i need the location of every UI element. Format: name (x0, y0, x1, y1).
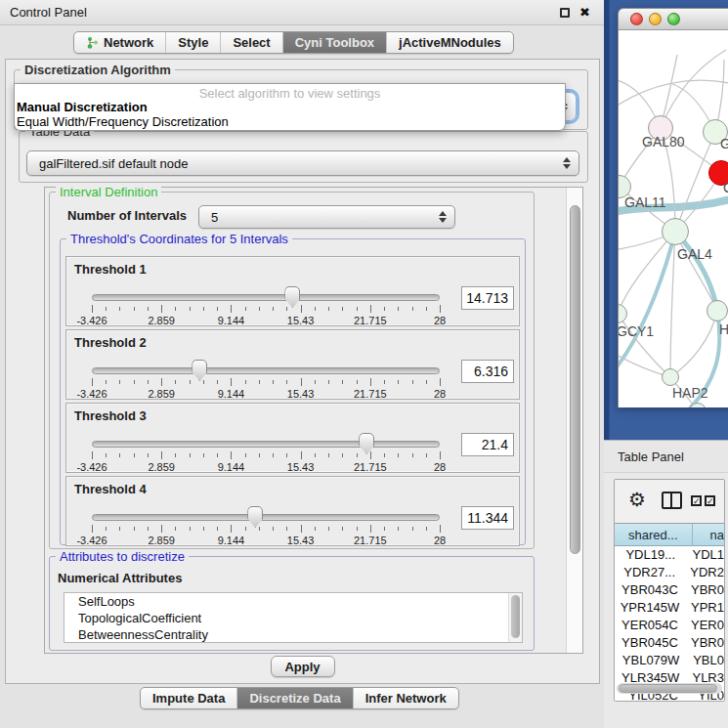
slider-scale-label: 2.859 (148, 388, 175, 400)
tab-style[interactable]: Style (165, 32, 220, 53)
split-columns-icon[interactable] (662, 492, 682, 509)
attribute-list-item[interactable]: BetweennessCentrality (64, 626, 522, 643)
group-title: Interval Definition (56, 185, 161, 199)
table-toolbar: ⚙ ✓ ✓ (615, 480, 724, 523)
dropdown-option-manual[interactable]: Manual Discretization (15, 100, 565, 114)
minimize-traffic-light-icon[interactable] (649, 13, 662, 25)
cyni-mode-tabs: Impute DataDiscretize DataInfer Network (140, 687, 459, 709)
network-node-hap2[interactable] (662, 368, 679, 386)
table-row[interactable]: YBR043CYBR0 (615, 581, 724, 599)
network-node-h[interactable] (707, 300, 728, 321)
attribute-list-item[interactable]: SelfLoops (64, 593, 522, 610)
dropdown-option-equal-width[interactable]: Equal Width/Frequency Discretization (15, 114, 565, 129)
slider-scale-label: 21.715 (354, 315, 387, 326)
threshold-label: Threshold 3 (74, 408, 147, 423)
table-data-selected-value: galFiltered.sif default node (27, 156, 188, 171)
control-panel-titlebar: Control Panel ✖ (0, 0, 604, 25)
threshold-value-field[interactable]: 14.713 (461, 286, 514, 310)
network-window: GAL80GAL11GAL4GCY1HHAP2GAC (618, 8, 728, 407)
table-header-row: shared... na (615, 524, 724, 546)
node-label-partial: GA (720, 136, 728, 151)
threshold-value-field[interactable]: 11.344 (461, 506, 514, 530)
algorithm-dropdown: Select algorithm to view settings Manual… (14, 83, 566, 131)
threshold-value-field[interactable]: 6.316 (461, 360, 514, 383)
zoom-traffic-light-icon[interactable] (667, 13, 680, 25)
settings-scrollpane: Interval Definition Number of Intervals … (44, 187, 583, 654)
tab-infer-network[interactable]: Infer Network (353, 688, 458, 708)
table-row[interactable]: YER054CYER0 (615, 617, 724, 634)
tab-network[interactable]: Network (74, 32, 165, 53)
threshold-slider[interactable]: -3.4262.8599.14415.4321.71528 (92, 288, 440, 325)
slider-ticks (92, 451, 440, 460)
slider-track[interactable] (92, 294, 440, 301)
right-panel: GAL80GAL11GAL4GCY1HHAP2GAC Table Panel ⚙… (604, 0, 728, 728)
table-row[interactable]: YDL19...YDL1 (615, 546, 724, 564)
stepper-arrows-icon (563, 157, 571, 169)
slider-scale-label: 9.144 (218, 535, 245, 546)
slider-track[interactable] (92, 514, 440, 521)
threshold-slider[interactable]: -3.4262.8599.14415.4321.71528 (92, 508, 440, 545)
slider-track[interactable] (92, 441, 440, 448)
vertical-scrollbar[interactable] (566, 188, 582, 653)
tab-select[interactable]: Select (220, 32, 281, 53)
cell-shared-name: YBR043C (615, 581, 685, 599)
slider-scale-label: -3.426 (76, 535, 107, 546)
dropdown-placeholder: Select algorithm to view settings (15, 84, 565, 100)
checkbox-icon[interactable]: ✓ (705, 495, 715, 506)
table-row[interactable]: YDR27...YDR2 (615, 564, 724, 581)
tab-label: Impute Data (152, 691, 225, 706)
table-row[interactable]: YBR045CYBR0 (615, 634, 724, 652)
number-of-intervals-value: 5 (199, 210, 218, 225)
list-scrollbar-thumb[interactable] (511, 595, 520, 638)
node-table-container: ⚙ ✓ ✓ shared... na YDL19...YDL1YDR27...Y… (614, 479, 725, 702)
number-of-intervals-select[interactable]: 5 (198, 205, 455, 229)
table-row[interactable]: YBL079WYBL0 (615, 652, 724, 669)
network-node-gal4[interactable] (662, 218, 689, 245)
table-row[interactable]: YPR145WYPR1 (615, 599, 724, 617)
cell-shared-name: YDR27... (615, 564, 684, 581)
tab-impute-data[interactable]: Impute Data (141, 688, 236, 708)
slider-ticks (92, 378, 440, 387)
horizontal-scrollbar[interactable] (617, 683, 722, 694)
horizontal-scrollbar-thumb[interactable] (619, 684, 717, 693)
float-window-icon[interactable] (560, 8, 570, 18)
list-scrollbar[interactable] (508, 593, 522, 642)
tab-discretize-data[interactable]: Discretize Data (236, 688, 352, 708)
vertical-scrollbar-thumb[interactable] (570, 205, 580, 554)
checkbox-icon[interactable]: ✓ (691, 495, 702, 506)
tab-label: jActiveMNodules (399, 35, 501, 50)
network-view-frame: GAL80GAL11GAL4GCY1HHAP2GAC (604, 0, 728, 440)
cell-shared-name: YPR145W (615, 599, 685, 617)
screen: Control Panel ✖ NetworkStyleSelectCyni T… (0, 0, 728, 728)
network-canvas[interactable]: GAL80GAL11GAL4GCY1HHAP2GAC (619, 30, 728, 407)
cell-name: YBL0 (687, 652, 724, 669)
slider-scale-label: 28 (434, 461, 446, 473)
attribute-list-item[interactable]: TopologicalCoefficient (64, 610, 522, 626)
slider-ticks (92, 305, 440, 314)
apply-button[interactable]: Apply (271, 656, 335, 677)
close-traffic-light-icon[interactable] (630, 13, 643, 25)
slider-scale-label: 15.43 (287, 535, 315, 546)
table-data-select[interactable]: galFiltered.sif default node (26, 150, 579, 176)
slider-track[interactable] (92, 367, 440, 374)
tab-label: Style (178, 35, 208, 50)
numerical-attributes-list[interactable]: SelfLoopsTopologicalCoefficientBetweenne… (64, 592, 523, 643)
cell-shared-name: YDL19... (615, 546, 686, 564)
node-label: GAL11 (624, 194, 666, 210)
tab-cyni-toolbox[interactable]: Cyni Toolbox (282, 32, 386, 53)
close-icon[interactable]: ✖ (579, 8, 590, 18)
column-header-shared-name[interactable]: shared... (615, 524, 693, 545)
settings-gear-icon[interactable]: ⚙ (628, 490, 646, 509)
cell-name: YBR0 (685, 634, 724, 652)
tab-jactivemnodules[interactable]: jActiveMNodules (386, 32, 513, 53)
threshold-value-field[interactable]: 21.4 (461, 433, 514, 456)
threshold-slider[interactable]: -3.4262.8599.14415.4321.71528 (92, 435, 440, 472)
slider-scale-label: 9.144 (218, 315, 245, 326)
node-label: GCY1 (619, 323, 654, 339)
node-label: GAL80 (642, 134, 685, 150)
threshold-slider[interactable]: -3.4262.8599.14415.4321.71528 (92, 362, 440, 399)
node-table: shared... na YDL19...YDL1YDR27...YDR2YBR… (615, 523, 724, 701)
slider-scale-label: 2.859 (148, 461, 175, 473)
column-header-name[interactable]: na (693, 524, 724, 545)
table-panel-header: Table Panel (604, 440, 728, 473)
